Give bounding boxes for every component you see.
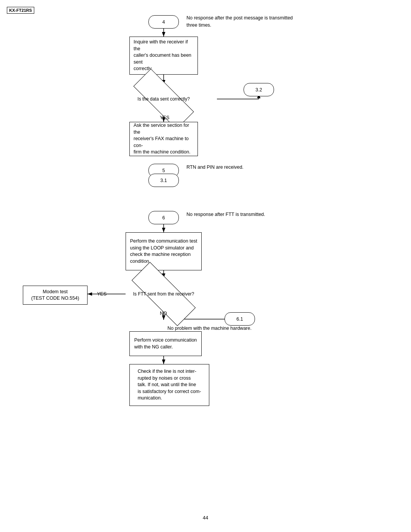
node-31: 3.1 bbox=[148, 174, 179, 187]
check-box: Check if the line is not inter- rupted b… bbox=[129, 364, 209, 406]
page: KX-FT21RS 4 bbox=[0, 0, 411, 532]
node-4: 4 bbox=[148, 15, 179, 29]
no-problem-note: No problem with the machine hardware. bbox=[167, 325, 282, 332]
node-4-note: No response after the post message is tr… bbox=[186, 14, 301, 29]
model-label: KX-FT21RS bbox=[7, 7, 34, 14]
voice-box: Perform voice communication with the NG … bbox=[129, 331, 202, 356]
page-number: 44 bbox=[203, 515, 208, 521]
ask-box: Ask the service section for the receiver… bbox=[129, 122, 198, 156]
node-61: 6.1 bbox=[225, 312, 255, 326]
node-6-note: No response after FTT is transmitted. bbox=[186, 211, 301, 218]
node-6: 6 bbox=[148, 211, 179, 224]
yes2-label: YES bbox=[97, 291, 107, 297]
diamond1-label: Is the data sent correctly? bbox=[126, 84, 202, 114]
modem-box: Modem test (TEST CODE NO.554) bbox=[23, 286, 88, 305]
node-5-note: RTN and PIN are received. bbox=[186, 164, 282, 171]
diamond1-container: Is the data sent correctly? bbox=[126, 84, 202, 114]
diamond2-label: Is FTT sent from the receiver? bbox=[122, 277, 206, 311]
diamond2-container: Is FTT sent from the receiver? bbox=[122, 277, 206, 311]
perform-box: Perform the communication test using the… bbox=[126, 232, 202, 270]
arrows-svg bbox=[0, 0, 411, 532]
yes1-label: YES bbox=[160, 115, 169, 120]
no2-label: NO bbox=[160, 311, 167, 316]
node-32: 3.2 bbox=[244, 83, 274, 96]
inquire-box: Inquire with the receiver if the caller'… bbox=[129, 37, 198, 75]
